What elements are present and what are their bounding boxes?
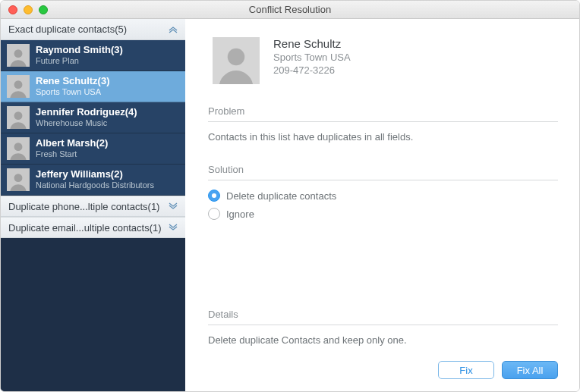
contact-list-item[interactable]: Jennifer Rodriguez(4) Wherehouse Music: [1, 102, 185, 133]
contact-name: Jennifer Rodriguez(4): [36, 107, 137, 118]
button-row: Fix Fix All: [208, 361, 558, 379]
category-label: Duplicate email...ultiple contacts(1): [8, 222, 162, 234]
contact-company: Fresh Start: [36, 149, 108, 159]
svg-point-5: [228, 49, 245, 66]
contact-name: Albert Marsh(2): [36, 138, 108, 149]
option-label: Delete duplicate contacts: [226, 190, 336, 202]
contact-list-item[interactable]: Albert Marsh(2) Fresh Start: [1, 133, 185, 165]
avatar-icon: [7, 75, 30, 98]
option-delete-duplicates[interactable]: Delete duplicate contacts: [208, 190, 558, 202]
avatar-icon: [213, 37, 260, 84]
fix-button[interactable]: Fix: [438, 361, 494, 379]
avatar-icon: [7, 106, 30, 129]
contact-name: Rene Schultz(3): [36, 76, 110, 87]
category-duplicate-phone[interactable]: Duplicate phone...ltiple contacts(1): [1, 196, 185, 217]
contact-header: Rene Schultz Sports Town USA 209-472-322…: [213, 37, 558, 84]
category-label: Exact duplicate contacts(5): [8, 24, 127, 35]
fix-all-button[interactable]: Fix All: [502, 361, 558, 379]
svg-point-3: [14, 143, 23, 151]
avatar-icon: [7, 44, 30, 67]
minimize-icon[interactable]: [24, 5, 33, 14]
contact-list-item[interactable]: Rene Schultz(3) Sports Town USA: [1, 71, 185, 102]
solution-label: Solution: [208, 164, 558, 180]
svg-point-4: [14, 174, 23, 182]
svg-point-1: [14, 80, 23, 89]
avatar-icon: [7, 168, 30, 191]
solution-options: Delete duplicate contacts Ignore: [208, 190, 558, 220]
detail-contact-name: Rene Schultz: [273, 37, 351, 50]
detail-panel: Rene Schultz Sports Town USA 209-472-322…: [185, 19, 579, 391]
sidebar: Exact duplicate contacts(5) Raymond Smit…: [1, 19, 185, 391]
contact-name: Jeffery Williams(2): [36, 169, 154, 180]
chevron-down-icon: [169, 202, 178, 211]
radio-icon: [208, 190, 220, 202]
option-label: Ignore: [226, 209, 254, 220]
contact-list-item[interactable]: Jeffery Williams(2) National Hardgoods D…: [1, 165, 185, 196]
details-label: Details: [208, 309, 558, 325]
contact-name: Raymond Smith(3): [36, 45, 123, 56]
titlebar: Conflict Resolution: [1, 1, 579, 19]
svg-point-0: [14, 49, 23, 58]
problem-text: Contacts in this list have duplicates in…: [208, 131, 558, 143]
contact-company: National Hardgoods Distributors: [36, 180, 154, 190]
window-controls: [8, 5, 48, 14]
svg-point-2: [14, 111, 23, 120]
detail-contact-phone: 209-472-3226: [273, 64, 351, 76]
contact-company: Future Plan: [36, 56, 123, 66]
category-label: Duplicate phone...ltiple contacts(1): [8, 201, 159, 212]
sidebar-fill: [1, 238, 185, 391]
detail-contact-company: Sports Town USA: [273, 52, 351, 63]
contact-list: Raymond Smith(3) Future Plan Rene Schult…: [1, 40, 185, 196]
category-duplicate-email[interactable]: Duplicate email...ultiple contacts(1): [1, 217, 185, 238]
window-title: Conflict Resolution: [1, 4, 579, 15]
option-ignore[interactable]: Ignore: [208, 208, 558, 220]
avatar-icon: [7, 137, 30, 160]
category-exact-duplicates[interactable]: Exact duplicate contacts(5): [1, 19, 185, 40]
close-icon[interactable]: [8, 5, 17, 14]
details-text: Delete duplicate Contacts and keep only …: [208, 334, 558, 346]
chevron-up-icon: [169, 25, 178, 34]
maximize-icon[interactable]: [39, 5, 48, 14]
contact-list-item[interactable]: Raymond Smith(3) Future Plan: [1, 40, 185, 71]
radio-icon: [208, 208, 220, 220]
problem-label: Problem: [208, 105, 558, 122]
contact-company: Wherehouse Music: [36, 118, 137, 128]
contact-company: Sports Town USA: [36, 87, 110, 97]
chevron-down-icon: [169, 223, 178, 232]
